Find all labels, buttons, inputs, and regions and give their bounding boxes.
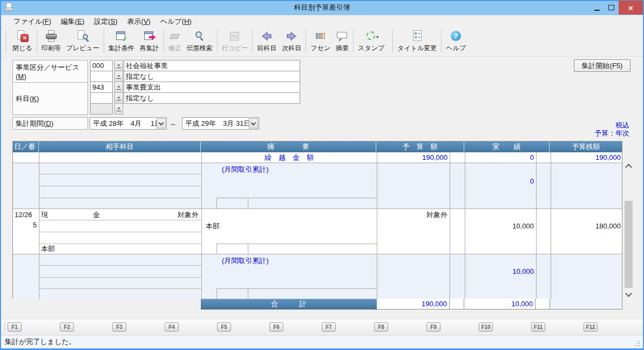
header-budget: 予 算 額 — [376, 142, 464, 152]
entry-partner-debit: 現 — [41, 211, 48, 219]
dropdown-icon: ▼ — [117, 107, 121, 111]
fkey-f1[interactable]: F1 — [8, 322, 22, 332]
fkey-f8[interactable]: F8 — [374, 322, 388, 332]
period-tilde: ～ — [170, 119, 177, 129]
title-change-icon — [411, 30, 424, 43]
fkey-f11[interactable]: F11 — [531, 322, 545, 332]
status-message: 集計が完了しました。 — [5, 338, 76, 346]
carryover-budget: 190,000 — [377, 153, 448, 162]
summary-input-box[interactable] — [216, 198, 377, 208]
entry-date: 12/26 — [15, 211, 32, 219]
summary-input-box[interactable] — [216, 244, 377, 254]
resize-grip[interactable] — [633, 341, 640, 347]
menu-settings[interactable]: 設定(S) — [89, 15, 122, 28]
fkey-f4[interactable]: F4 — [165, 322, 179, 332]
entry-partner-credit: 金 — [93, 211, 100, 219]
toolbar-title-change-button[interactable]: タイトル変更 — [395, 28, 439, 53]
function-key-bar: F1 F2 F3 F4 F5 F6 F7 F8 F9 F10 F11 F12 — [1, 319, 643, 334]
month-total-block-1: (月間取引累計) 0 — [13, 163, 622, 209]
period-to-combo[interactable]: 平成 29年 3月 31日 — [182, 117, 259, 130]
total-actual: 10,000 — [464, 299, 535, 309]
chevron-down-icon — [625, 290, 632, 297]
start-aggregation-button[interactable]: 集計開始(F5) — [574, 59, 631, 72]
period-from-combo[interactable]: 平成 28年 4月 1日 — [90, 117, 167, 130]
toolbar-recalculate-button[interactable]: 再集計 — [137, 28, 162, 53]
toolbar-next-subject-button[interactable]: 次科目 — [279, 28, 304, 53]
business-sub-code-dropdown-button[interactable]: ▼ — [114, 71, 123, 82]
dropdown-icon: ▼ — [117, 96, 121, 100]
period-label: 集計期間(D) — [12, 117, 88, 130]
business-code-input[interactable]: 000 — [90, 60, 113, 71]
total-row: 合 計 190,000 10,000 — [201, 299, 622, 309]
fkey-f2[interactable]: F2 — [60, 322, 74, 332]
fkey-f3[interactable]: F3 — [112, 322, 126, 332]
entry-budget-note: 対象外 — [377, 211, 448, 219]
chevron-down-icon — [251, 120, 256, 126]
toolbar-prev-subject-button[interactable]: 前科目 — [254, 28, 279, 53]
month-total-block-2: (月間取引累計) 10,000 — [13, 254, 622, 299]
period-to-dropdown-button[interactable] — [249, 118, 258, 129]
budget-mode-label: 予算：年次 — [594, 129, 629, 138]
subject-sub-code-dropdown-button[interactable]: ▼ — [114, 92, 123, 104]
toolbar-memo-button[interactable]: 摘要 — [333, 28, 351, 53]
toolbar-close-button[interactable]: × 閉じる — [10, 28, 35, 53]
dropdown-icon: ▼ — [117, 85, 121, 90]
toolbar-slip-search-button[interactable]: 伝票検索 — [184, 28, 215, 53]
business-division-label: 事業区分／サービス(M) — [12, 60, 88, 83]
menu-view[interactable]: 表示(V) — [123, 15, 155, 28]
fkey-f7[interactable]: F7 — [322, 322, 336, 332]
subject-code-input[interactable]: 943 — [90, 82, 113, 93]
header-remaining: 予算残額 — [550, 142, 622, 152]
fkey-f12[interactable]: F12 — [584, 322, 598, 332]
fkey-f10[interactable]: F10 — [479, 322, 493, 332]
subject-extra-code-dropdown-button[interactable]: ▼ — [114, 103, 123, 115]
month-total-1-actual: 0 — [465, 177, 534, 186]
scrollbar-up-button[interactable] — [626, 165, 631, 170]
header-actual: 実 績 — [464, 142, 550, 152]
aggregate-conditions-icon: ✓ — [115, 30, 128, 43]
scrollbar-down-button[interactable] — [626, 291, 631, 296]
transaction-row[interactable]: 12/26 5 現 金 対象外 本部 本部 対象外 10,000 180,000 — [13, 209, 622, 254]
subject-extra-code-input — [90, 103, 113, 115]
toolbar-fusen-button[interactable]: フセン — [308, 28, 333, 53]
row-copy-icon — [228, 30, 241, 43]
fkey-f9[interactable]: F9 — [426, 322, 440, 332]
toolbar-print-button[interactable]: 印刷等 — [39, 28, 64, 53]
stamp-dropdown-icon: ▼ — [376, 35, 379, 39]
carryover-actual: 0 — [465, 153, 534, 162]
menu-help[interactable]: ヘルプ(H) — [155, 15, 196, 28]
business-name-field: 社会福祉事業 — [124, 60, 300, 71]
slip-search-icon — [193, 30, 206, 43]
maximize-button[interactable] — [604, 1, 619, 15]
period-from-dropdown-button[interactable] — [157, 118, 166, 129]
business-code-dropdown-button[interactable]: ▼ — [114, 60, 123, 71]
month-total-2-label: (月間取引累計) — [222, 257, 269, 265]
toolbar-stamp-button[interactable]: ▼ スタンプ — [355, 28, 391, 53]
maximize-icon — [608, 5, 614, 10]
toolbar-aggregate-conditions-button[interactable]: ✓ 集計条件 — [106, 28, 137, 53]
subject-sub-code-input[interactable] — [90, 92, 113, 104]
dropdown-icon: ▼ — [117, 64, 121, 68]
entry-dept: 本部 — [206, 222, 220, 231]
toolbar-preview-button[interactable]: プレビュー — [64, 28, 102, 53]
recalculate-icon — [143, 30, 156, 43]
minimize-button[interactable] — [589, 1, 604, 15]
toolbar-grip — [5, 30, 6, 53]
menu-file[interactable]: ファイル(F) — [9, 15, 56, 28]
print-icon — [45, 30, 58, 43]
entry-number: 5 — [13, 221, 37, 230]
fkey-f5[interactable]: F5 — [217, 322, 231, 332]
business-sub-code-input[interactable] — [90, 71, 113, 82]
window-controls: × — [589, 1, 643, 15]
scrollbar-thumb[interactable] — [625, 201, 633, 288]
summary-input-box[interactable] — [216, 288, 377, 299]
fkey-f6[interactable]: F6 — [269, 322, 283, 332]
toolbar-help-button[interactable]: ? ヘルプ — [443, 28, 469, 53]
edit-eraser-icon — [168, 30, 181, 43]
subject-code-dropdown-button[interactable]: ▼ — [114, 82, 123, 93]
close-window-icon: × — [16, 30, 29, 43]
menu-edit[interactable]: 編集(E) — [56, 15, 89, 28]
close-button[interactable]: × — [619, 1, 643, 15]
header-date: 日／番 — [13, 142, 39, 152]
menubar: ファイル(F) 編集(E) 設定(S) 表示(V) ヘルプ(H) — [1, 15, 643, 28]
